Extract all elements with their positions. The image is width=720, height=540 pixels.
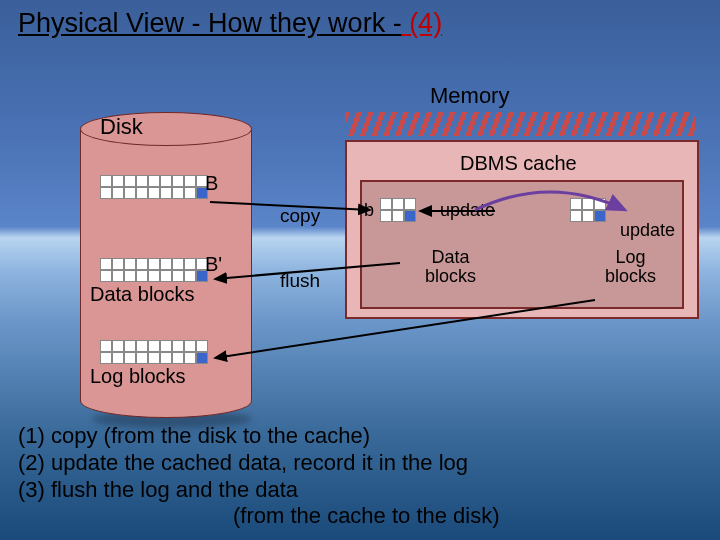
svg-line-0 — [210, 202, 370, 210]
memory-hatched-top — [345, 112, 695, 136]
slide-title: Physical View - How they work - (4) — [18, 8, 442, 39]
dbms-cache-label: DBMS cache — [460, 152, 577, 175]
title-part1: Physical View — [18, 8, 184, 38]
arrow-flush-data — [210, 255, 410, 299]
step-3b: (from the cache to the disk) — [233, 503, 500, 530]
cache-data-block — [380, 198, 416, 222]
arrow-flush-log — [210, 300, 610, 374]
steps-list: (1) copy (from the disk to the cache) (2… — [18, 423, 500, 530]
svg-line-1 — [215, 263, 400, 279]
memory-label: Memory — [430, 83, 509, 109]
arrow-copy — [210, 190, 380, 224]
disk-block-Bprime — [100, 258, 208, 282]
step-3: (3) flush the log and the data — [18, 477, 500, 504]
disk-label: Disk — [100, 114, 143, 140]
disk-log-block — [100, 340, 208, 364]
title-part2: - How they work - — [184, 8, 402, 38]
arrow-update-curve — [470, 182, 640, 226]
cache-datablocks-label: Datablocks — [425, 248, 476, 286]
disk-logblocks-label: Log blocks — [90, 365, 186, 388]
title-part3: (4) — [402, 8, 443, 38]
disk-datablocks-label: Data blocks — [90, 283, 195, 306]
disk-block-B — [100, 175, 208, 199]
step-2: (2) update the cached data, record it in… — [18, 450, 500, 477]
cache-logblocks-label: Logblocks — [605, 248, 656, 286]
step-1: (1) copy (from the disk to the cache) — [18, 423, 500, 450]
